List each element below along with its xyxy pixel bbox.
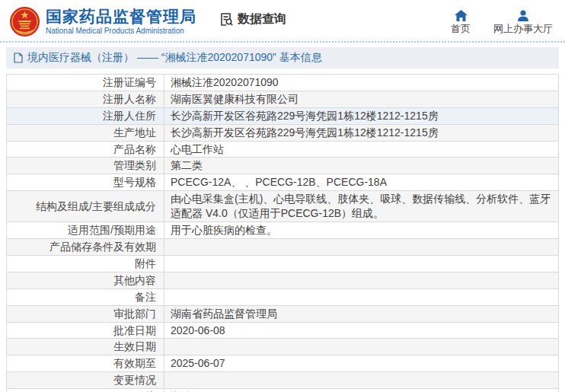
page-title: 境内医疗器械（注册） —— “湘械注准20202071090” 基本信息 (27, 51, 322, 65)
row-label-text: 注册人名称 (103, 93, 156, 105)
row-label-text: 生产地址 (113, 126, 156, 139)
data-query-tab[interactable]: 数据查询 (219, 11, 286, 27)
brand-logo[interactable]: 国家药品监督管理局 National Medical Products Admi… (9, 6, 196, 37)
row-label-text: 注册人住所 (103, 110, 156, 122)
table-row: ●附件 (7, 256, 559, 272)
content-area: 境内医疗器械（注册） —— “湘械注准20202071090” 基本信息 ●注册… (6, 47, 559, 392)
row-label: ●结构及组成/主要组成成分 (7, 191, 164, 222)
row-label-text: 产品名称 (113, 143, 156, 155)
table-row: ●注 详情 (7, 389, 559, 392)
row-value-text: 由心电采集盒(主机)、心电导联线、肢体夹、吸球、数据传输线、分析软件、蓝牙适配器… (171, 193, 551, 219)
table-row: ●型号规格 PCECG-12A、 、PCECG-12B、PCECG-18A (7, 174, 559, 191)
row-value-text: 2020-06-08 (171, 324, 225, 336)
row-label: ●注 (7, 389, 164, 392)
row-value: 第二类 (164, 158, 559, 174)
row-value (164, 239, 559, 256)
row-value-text: 心电工作站 (171, 143, 224, 155)
row-label-text: 结构及组成/主要组成成分 (36, 200, 156, 212)
row-label: ●有效期至 (7, 355, 164, 372)
row-label: ●附件 (7, 256, 164, 272)
nav-service-hall[interactable]: 网上办事大厅 (493, 10, 553, 33)
person-icon (517, 10, 529, 21)
row-label: ●管理类别 (7, 158, 164, 174)
row-label: ●备注 (7, 288, 164, 305)
table-row: ●结构及组成/主要组成成分 由心电采集盒(主机)、心电导联线、肢体夹、吸球、数据… (7, 191, 559, 222)
row-label-text: 生效日期 (113, 340, 156, 352)
national-emblem-icon (9, 6, 40, 37)
data-query-label: 数据查询 (238, 11, 286, 27)
table-row: ●适用范围/预期用途 用于心脏疾病的检查。 (7, 222, 559, 239)
row-value: 2025-06-07 (164, 355, 559, 372)
table-row: ●其他内容 (7, 272, 559, 288)
table-row: ●产品储存条件及有效期 (7, 239, 559, 256)
row-value (164, 372, 559, 389)
row-label-text: 其他内容 (113, 274, 156, 286)
row-label: ●产品储存条件及有效期 (7, 239, 164, 256)
row-label: ●生产地址 (7, 124, 164, 141)
row-label: ●注册证编号 (7, 75, 164, 91)
nav-home-label: 首页 (451, 24, 471, 33)
row-value: PCECG-12A、 、PCECG-12B、PCECG-18A (164, 174, 559, 191)
row-label-text: 审批部门 (113, 308, 156, 320)
row-value (164, 256, 559, 272)
info-table-body: ●注册证编号 湘械注准20202071090 ●注册人名称 湖南医翼健康科技有限… (7, 75, 559, 392)
row-label: ●产品名称 (7, 141, 164, 158)
row-value: 长沙高新开发区谷苑路229号海凭园1栋12楼1212-1215房 (164, 124, 559, 141)
row-value (164, 339, 559, 355)
row-label: ●注册人住所 (7, 107, 164, 124)
row-value: 湖南医翼健康科技有限公司 (164, 91, 559, 107)
row-label: ●批准日期 (7, 322, 164, 339)
row-value-text: 第二类 (171, 159, 203, 171)
row-label-text: 适用范围/预期用途 (68, 224, 156, 236)
row-value: 湖南省药品监督管理局 (164, 305, 559, 322)
table-row: ●管理类别 第二类 (7, 158, 559, 174)
table-row: ●审批部门 湖南省药品监督管理局 (7, 305, 559, 322)
site-header: 国家药品监督管理局 National Medical Products Admi… (0, 0, 565, 43)
row-label-text: 注册证编号 (103, 76, 156, 88)
row-value-text: 湖南省药品监督管理局 (171, 308, 277, 320)
row-label: ●适用范围/预期用途 (7, 222, 164, 239)
page: 国家药品监督管理局 National Medical Products Admi… (0, 0, 565, 392)
table-row: ●注册证编号 湘械注准20202071090 (7, 75, 559, 91)
table-row: ●注册人名称 湖南医翼健康科技有限公司 (7, 91, 559, 107)
row-value: 心电工作站 (164, 141, 559, 158)
row-value (164, 288, 559, 305)
table-row: ●有效期至 2025-06-07 (7, 355, 559, 372)
row-label: ●注册人名称 (7, 91, 164, 107)
row-label: ●生效日期 (7, 339, 164, 355)
row-label-text: 型号规格 (113, 176, 156, 188)
table-row: ●产品名称 心电工作站 (7, 141, 559, 158)
row-label: ●其他内容 (7, 272, 164, 288)
info-table: ●注册证编号 湘械注准20202071090 ●注册人名称 湖南医翼健康科技有限… (6, 74, 559, 392)
row-label: ●型号规格 (7, 174, 164, 191)
row-value: 由心电采集盒(主机)、心电导联线、肢体夹、吸球、数据传输线、分析软件、蓝牙适配器… (164, 191, 559, 222)
row-value: 2020-06-08 (164, 322, 559, 339)
nav-service-hall-label: 网上办事大厅 (493, 24, 553, 33)
row-label: ●变更情况 (7, 372, 164, 389)
row-label-text: 有效期至 (113, 357, 156, 369)
row-label-text: 管理类别 (113, 159, 156, 171)
breadcrumb-title-bar: 境内医疗器械（注册） —— “湘械注准20202071090” 基本信息 (6, 47, 559, 69)
brand-title-en: National Medical Products Administration (46, 27, 196, 35)
row-value (164, 272, 559, 288)
row-value: 用于心脏疾病的检查。 (164, 222, 559, 239)
row-value-text: 用于心脏疾病的检查。 (171, 224, 277, 236)
row-value-text: 长沙高新开发区谷苑路229号海凭园1栋12楼1212-1215房 (171, 126, 439, 139)
table-row: ●生产地址 长沙高新开发区谷苑路229号海凭园1栋12楼1212-1215房 (7, 124, 559, 141)
table-row: ●注册人住所 长沙高新开发区谷苑路229号海凭园1栋12楼1212-1215房 (7, 107, 559, 124)
row-value: 湘械注准20202071090 (164, 75, 559, 91)
home-icon (455, 10, 468, 21)
row-value-text: 湖南医翼健康科技有限公司 (171, 93, 298, 105)
brand-title-cn: 国家药品监督管理局 (46, 8, 196, 25)
nav-home[interactable]: 首页 (451, 10, 471, 33)
table-row: ●备注 (7, 288, 559, 305)
row-value: 详情 (164, 389, 559, 392)
row-label-text: 备注 (135, 291, 156, 303)
document-icon (14, 53, 23, 63)
brand-text: 国家药品监督管理局 National Medical Products Admi… (46, 8, 196, 35)
table-row: ●生效日期 (7, 339, 559, 355)
row-value-text: 湘械注准20202071090 (171, 76, 279, 88)
row-label: ●审批部门 (7, 305, 164, 322)
row-label-text: 批准日期 (113, 324, 156, 336)
row-value: 长沙高新开发区谷苑路229号海凭园1栋12楼1212-1215房 (164, 107, 559, 124)
